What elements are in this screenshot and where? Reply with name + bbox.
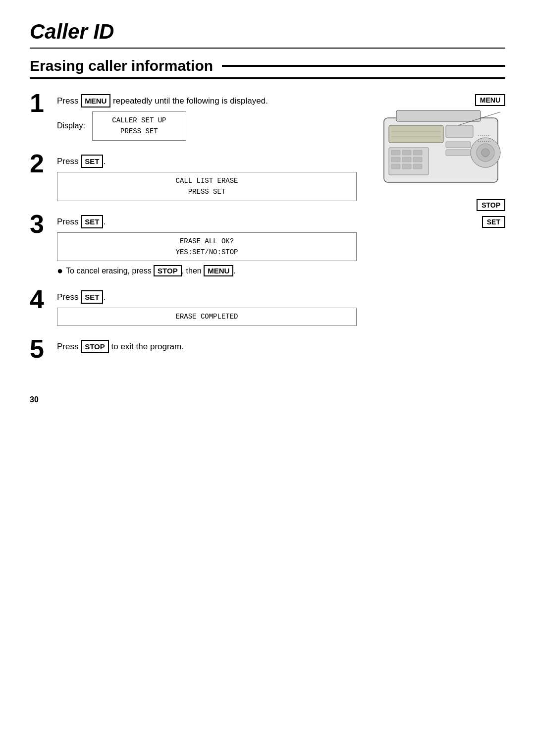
svg-rect-15	[446, 125, 473, 138]
step-3-row: 3 Press SET. ERASE ALL OK?YES:SET/NO:STO…	[30, 215, 357, 277]
step-2-row: 2 Press SET. CALL LIST ERASEPRESS SET	[30, 155, 357, 201]
step-3-content: Press SET. ERASE ALL OK?YES:SET/NO:STOP …	[57, 215, 357, 277]
svg-rect-14	[413, 164, 422, 169]
step-3-text: Press SET.	[57, 215, 357, 228]
svg-rect-8	[413, 150, 422, 155]
device-column: MENU	[367, 94, 505, 376]
set-key-2: SET	[81, 155, 103, 168]
step-4-display-box: ERASE COMPLETED	[57, 308, 357, 325]
device-buttons: STOP SET	[477, 199, 505, 228]
step-1-number: 1	[30, 90, 52, 116]
steps-column: 1 Press MENU repeatedly until the follow…	[30, 94, 367, 376]
svg-rect-6	[391, 150, 400, 155]
set-key-3: SET	[81, 215, 103, 228]
step-4-number: 4	[30, 286, 52, 312]
bullet-dot: ●	[57, 265, 63, 276]
step-4-content: Press SET. ERASE COMPLETED	[57, 290, 357, 325]
step-1-content: Press MENU repeatedly until the followin…	[57, 94, 357, 141]
step-3-display-box: ERASE ALL OK?YES:SET/NO:STOP	[57, 232, 357, 262]
section-heading: Erasing caller information	[30, 57, 505, 79]
step-1-text: Press MENU repeatedly until the followin…	[57, 94, 357, 108]
step-4-text: Press SET.	[57, 290, 357, 304]
step-5-row: 5 Press STOP to exit the program.	[30, 340, 357, 362]
set-button-label: SET	[482, 216, 505, 228]
svg-rect-9	[391, 157, 400, 162]
step-1-display-row: Display: CALLER SET UPPRESS SET	[57, 111, 357, 141]
svg-rect-21	[446, 142, 471, 148]
svg-rect-12	[391, 164, 400, 169]
fax-svg	[381, 108, 505, 192]
svg-rect-11	[413, 157, 422, 162]
svg-point-18	[482, 149, 489, 157]
set-key-4: SET	[81, 290, 103, 304]
stop-key-3: STOP	[154, 265, 182, 276]
step-5-number: 5	[30, 336, 52, 362]
stop-key-5: STOP	[81, 340, 109, 353]
step-3-bullet: ● To cancel erasing, press STOP, then ME…	[57, 265, 357, 276]
step-1-display-box: CALLER SET UPPRESS SET	[92, 111, 186, 141]
main-layout: 1 Press MENU repeatedly until the follow…	[30, 94, 505, 376]
stop-button-label: STOP	[477, 199, 505, 211]
step-2-text: Press SET.	[57, 155, 357, 168]
step-3-number: 3	[30, 211, 52, 237]
svg-rect-7	[402, 150, 411, 155]
menu-key-1: MENU	[81, 94, 110, 108]
svg-rect-22	[446, 150, 471, 156]
page-number: 30	[30, 395, 505, 404]
step-2-display-box: CALL LIST ERASEPRESS SET	[57, 172, 357, 201]
step-2-number: 2	[30, 151, 52, 176]
step-1-display-label: Display:	[57, 121, 85, 130]
menu-key-3: MENU	[204, 265, 233, 276]
device-labels-top: MENU	[367, 94, 505, 108]
menu-button-label: MENU	[475, 94, 505, 106]
svg-rect-2	[389, 125, 443, 143]
step-2-content: Press SET. CALL LIST ERASEPRESS SET	[57, 155, 357, 201]
step-1-row: 1 Press MENU repeatedly until the follow…	[30, 94, 357, 141]
svg-rect-10	[402, 157, 411, 162]
step-5-content: Press STOP to exit the program.	[57, 340, 357, 357]
step-3-bullet-text: To cancel erasing, press STOP, then MENU…	[66, 265, 236, 276]
step-4-row: 4 Press SET. ERASE COMPLETED	[30, 290, 357, 325]
fax-machine-illustration	[381, 108, 505, 194]
svg-rect-1	[396, 110, 481, 121]
svg-rect-13	[402, 164, 411, 169]
page-title: Caller ID	[30, 20, 505, 49]
step-5-text: Press STOP to exit the program.	[57, 340, 357, 353]
